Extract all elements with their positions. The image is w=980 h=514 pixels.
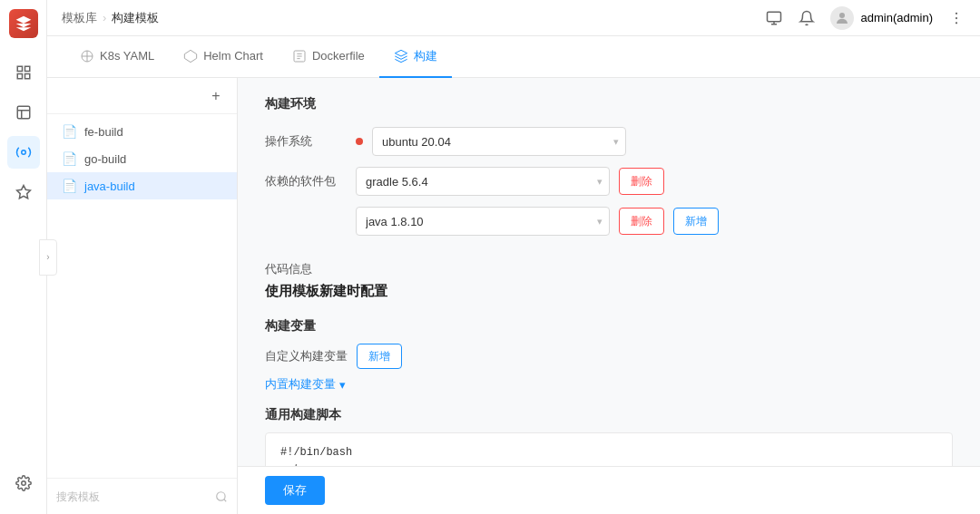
svg-point-20 [217,491,225,499]
svg-point-16 [956,22,957,24]
avatar [830,6,854,30]
dep1-select-wrapper: gradle 5.6.4 ▾ [356,167,610,196]
dep1-row: 依赖的软件包 gradle 5.6.4 ▾ 删除 [265,167,953,196]
breadcrumb: 模板库 › 构建模板 [62,10,159,26]
two-col-layout: + 📄 fe-build 📄 go-build 📄 java-build [47,78,980,514]
build-vars-title: 构建变量 [265,318,953,335]
file-toolbar: + [47,78,237,114]
svg-rect-10 [767,12,780,22]
tab-build[interactable]: 构建 [379,36,452,78]
file-item-java-build[interactable]: 📄 java-build [47,172,237,199]
file-item-go-build[interactable]: 📄 go-build [47,145,237,172]
tab-k8s-label: K8s YAML [100,49,154,63]
dep2-select[interactable]: java 1.8.10 [356,207,610,236]
tab-build-label: 构建 [414,48,437,64]
builtin-vars-label: 内置构建变量 [265,376,336,393]
svg-point-9 [21,481,25,486]
more-icon[interactable] [947,9,965,27]
svg-rect-4 [17,106,30,119]
code-line-1: #!/bin/bash [280,444,937,461]
svg-marker-18 [185,50,197,62]
app-logo [9,9,38,38]
tab-k8s-yaml[interactable]: K8s YAML [65,36,169,78]
breadcrumb-separator: › [103,11,106,24]
svg-marker-8 [16,186,30,199]
new-var-btn[interactable]: 新增 [357,344,402,369]
build-new-config: 使用模板新建时配置 [265,283,953,300]
code-info-label: 代码信息 [265,261,953,277]
custom-vars-label: 自定义构建变量 [265,348,348,364]
tab-helm-label: Helm Chart [203,49,263,63]
builtin-vars[interactable]: 内置构建变量 ▾ [265,376,953,393]
dep2-row: java 1.8.10 ▾ 删除 新增 [265,207,953,236]
search-icon [215,490,228,503]
sidebar: › [0,0,47,514]
dep2-add-btn[interactable]: 新增 [673,208,719,235]
os-select[interactable]: ubuntu 20.04 [372,127,626,156]
search-bar [47,478,237,514]
script-title: 通用构建脚本 [265,407,953,423]
tabs-bar: K8s YAML Helm Chart Dockerfile 构建 [47,36,980,78]
os-row: 操作系统 ubuntu 20.04 ▾ [265,127,953,156]
screen-icon[interactable] [765,9,783,27]
content-wrapper: K8s YAML Helm Chart Dockerfile 构建 + [47,36,980,514]
sidebar-item-gear[interactable] [7,467,40,499]
svg-point-7 [21,150,25,155]
svg-line-21 [224,499,227,501]
sidebar-item-build[interactable] [7,136,40,169]
tab-dockerfile-label: Dockerfile [312,49,365,63]
main-wrapper: 模板库 › 构建模板 admin(admin) [47,0,980,514]
top-header: 模板库 › 构建模板 admin(admin) [47,0,980,36]
tab-dockerfile[interactable]: Dockerfile [278,36,379,78]
search-input[interactable] [56,490,210,503]
sidebar-item-charts[interactable] [7,56,40,89]
username: admin(admin) [861,11,933,24]
file-icon: 📄 [62,179,77,193]
file-name: java-build [84,179,135,193]
build-env-title: 构建环境 [265,96,953,112]
dep2-select-wrapper: java 1.8.10 ▾ [356,207,610,236]
svg-point-14 [956,12,957,14]
svg-rect-0 [17,66,22,71]
bottom-bar: 保存 [238,466,980,514]
sidebar-item-star[interactable] [7,176,40,209]
os-select-wrapper: ubuntu 20.04 ▾ [372,127,626,156]
custom-vars-row: 自定义构建变量 新增 [265,344,953,369]
breadcrumb-current: 构建模板 [112,10,159,26]
chevron-down-icon: ▾ [339,378,346,392]
right-section: 构建环境 操作系统 ubuntu 20.04 ▾ [238,78,980,514]
file-icon: 📄 [62,151,77,166]
code-editor[interactable]: #!/bin/bash set -e cd $(SERVICE)/ # 编译 g… [265,432,953,466]
svg-point-15 [956,16,957,18]
header-actions: admin(admin) [765,6,965,30]
tab-helm-chart[interactable]: Helm Chart [169,36,278,78]
dep2-delete-btn[interactable]: 删除 [619,208,664,235]
save-button[interactable]: 保存 [265,476,325,505]
dep1-select[interactable]: gradle 5.6.4 [356,167,610,196]
required-dot [356,138,363,145]
breadcrumb-parent[interactable]: 模板库 [62,10,97,26]
left-panel: + 📄 fe-build 📄 go-build 📄 java-build [47,78,238,514]
user-menu[interactable]: admin(admin) [830,6,933,30]
file-item-fe-build[interactable]: 📄 fe-build [47,118,237,145]
file-name: go-build [84,152,126,166]
file-name: fe-build [84,125,123,139]
right-panel: 构建环境 操作系统 ubuntu 20.04 ▾ [238,78,980,466]
file-icon: 📄 [62,124,77,139]
os-label: 操作系统 [265,133,347,150]
svg-rect-2 [17,74,22,79]
sidebar-collapse-btn[interactable]: › [39,239,57,276]
dep1-delete-btn[interactable]: 删除 [619,168,664,195]
sidebar-item-docs[interactable] [7,96,40,129]
svg-rect-1 [24,66,29,71]
file-list: 📄 fe-build 📄 go-build 📄 java-build [47,114,237,478]
bell-icon[interactable] [798,9,816,27]
add-file-btn[interactable]: + [206,86,226,106]
svg-rect-3 [24,74,29,79]
svg-point-13 [839,13,845,18]
deps-label: 依赖的软件包 [265,173,347,189]
